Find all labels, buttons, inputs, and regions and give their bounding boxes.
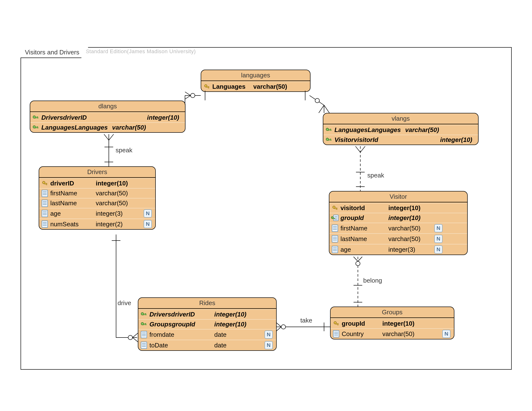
column-type: integer(2) [96, 221, 123, 228]
svg-rect-31 [338, 324, 338, 325]
table-row: lastName varchar(50) N [329, 233, 467, 244]
foreign-key-column-icon [332, 215, 338, 221]
table-row: visitorId integer(10) [329, 203, 467, 213]
svg-rect-2 [208, 86, 209, 88]
primary-key-icon [204, 84, 210, 90]
entity-vlangs[interactable]: vlangs LanguagesLanguages varchar(50) Vi… [323, 113, 479, 145]
column-name: age [50, 210, 91, 217]
table-row: groupId integer(10) [329, 213, 467, 223]
relationship-label-speak: speak [116, 147, 132, 154]
relationship-label-belong: belong [363, 277, 382, 284]
column-type: integer(10) [382, 320, 415, 327]
entity-title: languages [201, 70, 310, 81]
svg-rect-17 [46, 183, 47, 185]
nullable-badge: N [434, 224, 443, 232]
svg-rect-20 [336, 208, 337, 210]
table-row: LanguagesLanguages varchar(50) [323, 125, 478, 135]
column-icon [333, 331, 339, 337]
column-name: visitorId [341, 204, 384, 212]
column-name: DriversdriverID [150, 311, 210, 318]
frame-title: Visitors and Drivers [20, 47, 88, 58]
svg-rect-22 [333, 218, 335, 219]
table-row: age integer(3) N [39, 208, 155, 219]
column-name: GroupsgroupId [150, 321, 210, 328]
table-row: driverID integer(10) [39, 178, 155, 188]
foreign-key-icon [326, 127, 332, 133]
diagram-canvas: Visual Paradigm for UML Standard Edition… [0, 0, 532, 411]
column-type: integer(10) [96, 180, 128, 187]
svg-rect-11 [330, 129, 331, 131]
column-icon [42, 190, 48, 196]
entity-rides[interactable]: Rides DriversdriverID integer(10) Groups… [138, 297, 277, 351]
column-name: groupId [341, 214, 384, 222]
column-type: varchar(50) [96, 189, 128, 197]
column-name: firstName [341, 224, 384, 232]
svg-rect-25 [145, 313, 146, 315]
entity-title: Visitor [329, 191, 467, 202]
nullable-badge: N [434, 245, 443, 254]
column-type: varchar(50) [112, 124, 146, 131]
table-row: GroupsgroupId integer(10) [138, 319, 276, 329]
table-row: firstName varchar(50) [39, 188, 155, 198]
entity-dlangs[interactable]: dlangs DriversdriverID integer(10) Langu… [30, 101, 185, 133]
column-icon [141, 331, 147, 338]
entity-groups[interactable]: Groups groupId integer(10) Country varch… [330, 307, 454, 339]
column-icon [42, 210, 48, 217]
foreign-key-icon [33, 124, 39, 131]
column-name: toDate [150, 342, 210, 349]
column-type: integer(3) [388, 246, 432, 253]
svg-rect-5 [37, 117, 38, 119]
table-row: lastName varchar(50) [39, 198, 155, 208]
relationship-label-speak: speak [367, 172, 384, 179]
column-icon [42, 200, 48, 206]
table-row: DriversdriverID integer(10) [138, 309, 276, 319]
column-name: Languages [212, 83, 246, 90]
nullable-badge: N [265, 330, 273, 339]
entity-title: vlangs [323, 113, 478, 124]
column-icon [141, 342, 147, 348]
primary-key-icon [332, 205, 338, 211]
column-name: groupId [342, 320, 378, 327]
column-name: LanguagesLanguages [41, 124, 108, 131]
nullable-badge: N [265, 341, 273, 349]
column-name: Country [342, 330, 378, 338]
svg-rect-28 [145, 323, 146, 325]
entity-visitor[interactable]: Visitor visitorId integer(10) groupId in… [329, 191, 468, 255]
table-row: firstName varchar(50) N [329, 223, 467, 233]
column-name: firstName [50, 189, 91, 197]
nullable-badge: N [144, 209, 152, 218]
column-type: date [214, 342, 227, 349]
entity-title: Drivers [39, 167, 155, 178]
column-type: varchar(50) [382, 330, 415, 338]
column-icon [42, 221, 48, 227]
nullable-badge: N [144, 220, 152, 228]
table-row: LanguagesLanguages varchar(50) [30, 122, 185, 132]
column-type: varchar(50) [253, 83, 287, 90]
svg-rect-14 [330, 139, 331, 141]
table-row: toDate date N [138, 340, 276, 350]
relationship-label-drive: drive [117, 299, 131, 307]
entity-drivers[interactable]: Drivers driverID integer(10) firstName v… [39, 166, 156, 230]
foreign-key-icon [326, 137, 332, 143]
relationship-label-take: take [300, 317, 312, 324]
table-row: VisitorvisitorId integer(10) [323, 135, 478, 145]
column-name: age [341, 246, 384, 253]
table-row: numSeats integer(2) N [39, 219, 155, 229]
column-type: integer(10) [147, 114, 182, 121]
column-name: fromdate [150, 331, 210, 338]
table-row: Country varchar(50) N [331, 328, 454, 339]
entity-languages[interactable]: languages Languages varchar(50) [201, 70, 311, 92]
table-row: Languages varchar(50) [201, 82, 310, 91]
column-type: integer(10) [388, 204, 420, 212]
primary-key-icon [42, 180, 48, 187]
column-icon [332, 236, 338, 242]
column-type: integer(10) [388, 214, 420, 222]
column-name: VisitorvisitorId [334, 136, 378, 144]
column-type: date [214, 331, 227, 338]
column-type: integer(10) [440, 136, 475, 144]
column-name: LanguagesLanguages [334, 126, 401, 134]
column-type: varchar(50) [96, 199, 128, 207]
svg-rect-8 [37, 126, 38, 128]
column-type: varchar(50) [388, 224, 432, 232]
table-row: DriversdriverID integer(10) [30, 112, 185, 122]
